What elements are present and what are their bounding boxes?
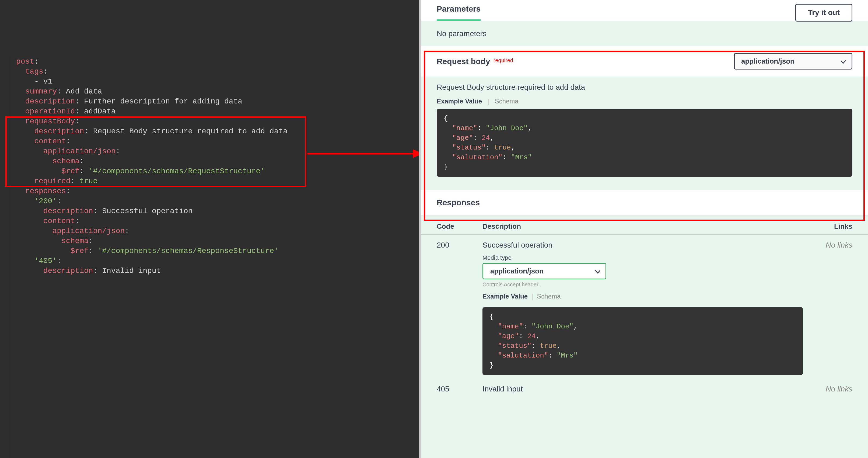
col-code: Code xyxy=(437,222,483,231)
content-type-select[interactable]: application/json xyxy=(734,53,852,69)
media-type-value: application/json xyxy=(490,267,544,275)
request-body-description: Request Body structure required to add d… xyxy=(421,77,868,95)
code-line: content: xyxy=(16,136,419,146)
request-body-example[interactable]: { "name": "John Doe", "age": 24, "status… xyxy=(437,109,852,177)
code-line: required: true xyxy=(16,176,419,186)
code-line: operationId: addData xyxy=(16,107,419,116)
code-line: schema: xyxy=(16,156,419,166)
no-parameters-text: No parameters xyxy=(421,21,868,46)
col-description: Description xyxy=(483,222,804,231)
code-line: content: xyxy=(16,216,419,226)
request-body-tabs: Example Value | Schema xyxy=(421,95,868,109)
content-type-value: application/json xyxy=(741,57,795,65)
response-detail: Successful operationMedia typeapplicatio… xyxy=(483,241,804,375)
code-line: description: Request Body structure requ… xyxy=(16,126,419,136)
editor-gutter xyxy=(10,57,10,458)
response-code: 200 xyxy=(437,241,483,375)
response-description: Successful operation xyxy=(483,241,804,250)
tab-schema[interactable]: Schema xyxy=(495,97,519,105)
tab-example-value[interactable]: Example Value xyxy=(437,97,482,105)
code-line: $ref: '#/components/schemas/RequestStruc… xyxy=(16,166,419,176)
media-type-select[interactable]: application/json xyxy=(483,263,606,279)
tab-example-value[interactable]: Example Value xyxy=(483,293,528,300)
response-links: No links xyxy=(804,385,852,393)
parameters-header: Parameters Try it out xyxy=(421,0,868,21)
media-type-label: Media type xyxy=(483,254,804,261)
code-line: schema: xyxy=(16,236,419,246)
code-line: responses: xyxy=(16,186,419,196)
code-line: post: xyxy=(16,57,419,66)
responses-header: Responses xyxy=(421,190,868,216)
chevron-down-icon xyxy=(595,267,601,275)
swagger-ui-pane: Parameters Try it out No parameters Requ… xyxy=(419,0,868,458)
responses-title: Responses xyxy=(437,198,852,207)
media-type-hint: Controls Accept header. xyxy=(483,282,804,288)
try-it-out-button[interactable]: Try it out xyxy=(795,4,852,22)
code-line: $ref: '#/components/schemas/ResponseStru… xyxy=(16,246,419,256)
request-body-header: Request body required application/json xyxy=(421,46,868,77)
code-line: description: Further description for add… xyxy=(16,96,419,107)
code-editor-pane: post: tags: - v1 summary: Add data descr… xyxy=(0,0,419,458)
code-line: - v1 xyxy=(16,77,419,86)
response-links: No links xyxy=(804,241,852,375)
code-line: '200': xyxy=(16,196,419,206)
code-line: tags: xyxy=(16,66,419,77)
yaml-code[interactable]: post: tags: - v1 summary: Add data descr… xyxy=(16,57,419,276)
code-line: description: Successful operation xyxy=(16,206,419,216)
code-line: '405': xyxy=(16,256,419,266)
responses-table-header: Code Description Links xyxy=(421,216,868,235)
code-line: description: Invalid input xyxy=(16,266,419,276)
code-line: requestBody: xyxy=(16,116,419,126)
response-example-tabs: Example Value|Schema xyxy=(483,288,804,303)
chevron-down-icon xyxy=(840,57,846,65)
required-tag: required xyxy=(494,57,513,63)
code-line: summary: Add data xyxy=(16,86,419,96)
response-row: 405Invalid inputNo links xyxy=(421,379,868,397)
col-links: Links xyxy=(804,222,852,231)
tab-schema[interactable]: Schema xyxy=(537,293,561,300)
response-body-example[interactable]: { "name": "John Doe", "age": 24, "status… xyxy=(483,307,803,375)
parameters-title: Parameters xyxy=(437,4,480,21)
response-detail: Invalid input xyxy=(483,385,804,393)
code-line: application/json: xyxy=(16,226,419,236)
response-description: Invalid input xyxy=(483,385,804,393)
response-row: 200Successful operationMedia typeapplica… xyxy=(421,235,868,379)
code-line: application/json: xyxy=(16,146,419,156)
request-body-section: Request body required application/json R… xyxy=(421,46,868,177)
request-body-title: Request body xyxy=(437,57,490,66)
response-code: 405 xyxy=(437,385,483,393)
